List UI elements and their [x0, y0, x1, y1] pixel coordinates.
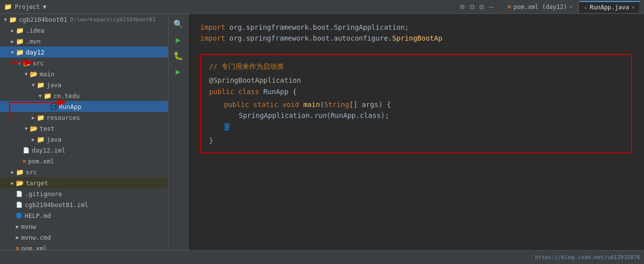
iml-icon-cgb: 📄	[16, 202, 23, 208]
title-bar: 📁 Project ▼ ⊕ ⊟ ⚙ — m pom.xml (day12) ✕ …	[0, 0, 644, 14]
tab-pom-icon: m	[508, 3, 511, 10]
folder-icon-src: 📁	[23, 59, 31, 67]
tree-item-resources[interactable]: ▶ 📁 resources	[0, 112, 168, 123]
debug-btn[interactable]: 🐛	[171, 50, 186, 61]
md-icon: 🔵	[16, 212, 23, 219]
code-brace-2-text: }	[209, 137, 213, 145]
tree-item-runapp[interactable]: ▶ C RunApp	[0, 101, 168, 112]
tree-sublabel-root: D:\workspace\cgb2104boot01	[70, 16, 156, 23]
toolbar-settings-icon[interactable]: ⚙	[480, 2, 484, 11]
tree-item-day12-iml[interactable]: ▶ 📄 day12.iml	[0, 145, 168, 156]
tree-item-src-day12[interactable]: ▼ 📁 src	[0, 57, 168, 68]
editor-section: 🔍 ▶ 🐛 ▶ import org.springframework.boot.…	[168, 14, 644, 250]
dropdown-icon[interactable]: ▼	[43, 3, 47, 10]
tree-item-mvn[interactable]: ▶ 📁 .mvn	[0, 36, 168, 47]
code-annotation-text: @SpringBootApplication	[209, 76, 301, 84]
folder-icon-resources: 📁	[37, 114, 45, 121]
tree-label-pomday12: pom.xml	[28, 158, 54, 165]
folder-icon-idea: 📁	[16, 27, 24, 34]
toolbar-new-icon[interactable]: ⊕	[460, 2, 465, 11]
tree-arrow-root: ▼	[2, 17, 9, 22]
tree-label-java-main: java	[47, 81, 61, 89]
tree-label-root: cgb2104boot01	[19, 16, 67, 23]
code-close-brace-2: }	[209, 135, 623, 146]
code-main-name: main	[303, 101, 320, 108]
tab-pom[interactable]: m pom.xml (day12) ✕	[503, 1, 578, 12]
tree-label-pomroot: pom.xml	[21, 245, 48, 251]
sidebar-content[interactable]: ▼ 📁 cgb2104boot01 D:\workspace\cgb2104bo…	[0, 14, 168, 250]
tree-item-cntedu[interactable]: ▼ 📁 cn.tedu	[0, 90, 168, 101]
code-comment-line: // 专门用来作为启动类	[209, 61, 623, 72]
code-classname-runapp: RunApp {	[264, 88, 297, 96]
folder-icon-target: 📂	[16, 179, 24, 187]
tree-item-pom-root[interactable]: ▶ m pom.xml	[0, 243, 168, 250]
tab-runapp-icon: ☕	[584, 4, 588, 10]
tree-label-helpmd: HELP.md	[25, 212, 51, 219]
code-body-text: SpringApplication.	[239, 111, 314, 119]
tab-pom-close[interactable]: ✕	[570, 4, 573, 9]
tree-item-mvnw-cmd[interactable]: ▶ ▶ mvnw.cmd	[0, 232, 168, 243]
run-btn[interactable]: ▶	[171, 34, 186, 46]
xml-icon-pom-root: m	[16, 245, 19, 251]
red-border-box: // 专门用来作为启动类 @SpringBootApplication publ…	[200, 54, 632, 154]
tree-item-target[interactable]: ▶ 📂 target	[0, 177, 168, 188]
play-btn[interactable]: ▶	[171, 65, 186, 77]
tree-item-idea[interactable]: ▶ 📁 .idea	[0, 25, 168, 36]
editor-area: import org.springframework.boot.SpringAp…	[188, 14, 644, 250]
tree-item-day12[interactable]: ▼ 📁 day12	[0, 47, 168, 57]
tree-arrow-src: ▼	[16, 60, 23, 66]
search-btn[interactable]: 🔍	[171, 18, 186, 30]
url-text: https://blog.csdn.net/u012932876	[535, 254, 640, 261]
folder-icon-root: 📁	[9, 16, 17, 23]
tree-item-test[interactable]: ▼ 📂 test	[0, 123, 168, 134]
tree-arrow-runapp: ▶	[44, 104, 51, 109]
class-icon-runapp: C	[51, 103, 57, 110]
tree-arrow-idea: ▶	[9, 28, 16, 33]
sh-icon-mvnwcmd: ▶	[16, 234, 19, 241]
code-annotation-line: @SpringBootApplication	[209, 75, 623, 86]
tree-label-target: target	[26, 179, 48, 187]
bottom-bar: https://blog.csdn.net/u012932876	[0, 250, 644, 264]
kw-public-main: public	[224, 101, 253, 108]
folder-icon-test: 📂	[30, 125, 38, 132]
code-springbootapp: SpringBootAp	[392, 34, 442, 42]
editor-content[interactable]: import org.springframework.boot.SpringAp…	[188, 14, 644, 250]
code-comment-text: // 专门用来作为启动类	[209, 62, 284, 70]
folder-icon-mvn: 📁	[16, 38, 24, 45]
tree-item-java-main[interactable]: ▼ 📁 java	[0, 79, 168, 90]
code-normal-2: org.springframework.boot.autoconfigure.	[229, 34, 392, 42]
tree-item-cgb-iml[interactable]: ▶ 📄 cgb2104boot01.iml	[0, 199, 168, 210]
tree-label-java-test: java	[47, 136, 61, 143]
tree-item-root[interactable]: ▼ 📁 cgb2104boot01 D:\workspace\cgb2104bo…	[0, 14, 168, 25]
tree-item-gitignore[interactable]: ▶ 📄 .gitignore	[0, 188, 168, 199]
folder-icon-src-root: 📁	[16, 168, 24, 176]
toolbar-minimize-icon[interactable]: —	[489, 2, 494, 11]
tree-label-gitignore: .gitignore	[25, 190, 62, 198]
tree-item-src-root[interactable]: ▶ 📁 src	[0, 166, 168, 177]
title-bar-left: 📁 Project ▼	[4, 3, 47, 10]
tree-label-day12: day12	[26, 49, 45, 56]
kw-import-2: import	[200, 34, 225, 42]
code-main-method: public static void main(String[] args) {	[209, 99, 623, 110]
tree-item-main[interactable]: ▼ 📂 main	[0, 68, 168, 79]
tree-item-java-test[interactable]: ▶ 📁 java	[0, 134, 168, 145]
tab-runapp-close[interactable]: ✕	[632, 4, 635, 10]
code-import-2: import org.springframework.boot.autoconf…	[200, 33, 632, 44]
tree-item-pom-day12[interactable]: ▶ m pom.xml	[0, 156, 168, 166]
tree-arrow-mvn: ▶	[9, 39, 16, 44]
kw-string: String	[324, 101, 349, 108]
tree-label-runapp: RunApp	[59, 103, 81, 110]
code-import-1: import org.springframework.boot.SpringAp…	[200, 22, 632, 33]
tab-runapp[interactable]: ☕ RunApp.java ✕	[579, 1, 640, 13]
tree-arrow-resources: ▶	[30, 115, 37, 120]
code-brace-1-text: }	[224, 123, 230, 131]
folder-icon-main: 📂	[30, 70, 38, 78]
kw-import-1: import	[200, 23, 225, 31]
editor-toolbar: 🔍 ▶ 🐛 ▶	[168, 14, 188, 250]
toolbar-split-icon[interactable]: ⊟	[470, 2, 475, 11]
code-main-params2: [] args) {	[349, 101, 391, 108]
project-icon: 📁	[4, 3, 12, 10]
tree-item-mvnw[interactable]: ▶ ▶ mvnw	[0, 221, 168, 232]
folder-icon-java-main: 📁	[37, 81, 45, 89]
tree-item-help-md[interactable]: ▶ 🔵 HELP.md	[0, 210, 168, 221]
